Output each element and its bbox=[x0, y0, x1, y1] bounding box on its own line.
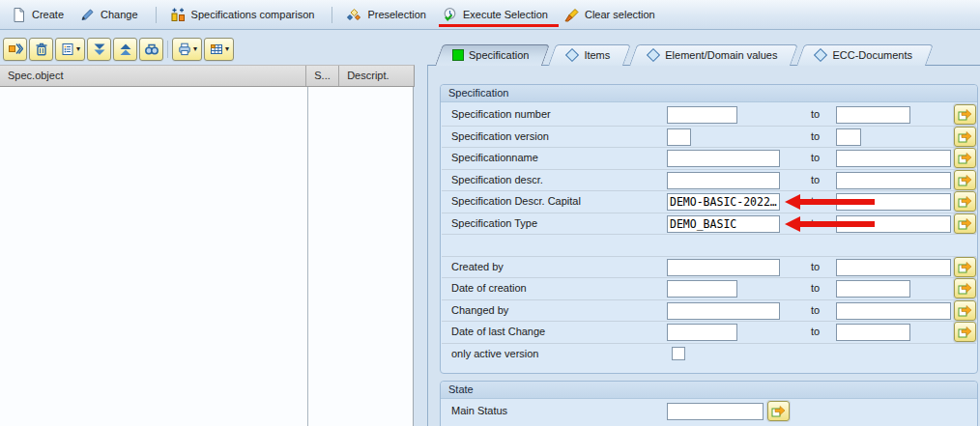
layout-adjust-icon bbox=[8, 42, 23, 57]
new-document-icon bbox=[11, 7, 27, 23]
field-label: Date of last Change bbox=[451, 326, 545, 337]
multiple-selection-icon bbox=[958, 261, 972, 273]
multiple-selection-icon bbox=[958, 282, 972, 295]
tab[interactable]: Specification bbox=[435, 44, 542, 66]
field-label: Date of creation bbox=[451, 282, 527, 294]
layout-adjust-button[interactable] bbox=[3, 38, 27, 61]
multiple-selection-icon bbox=[958, 217, 972, 230]
to-input[interactable] bbox=[836, 150, 951, 167]
to-input[interactable] bbox=[836, 280, 910, 298]
multiple-selection-button[interactable] bbox=[767, 401, 790, 421]
from-input[interactable] bbox=[667, 280, 737, 298]
selection-row: Date of last Change to bbox=[442, 322, 976, 344]
from-input[interactable]: DEMO-BASIC-2022… bbox=[667, 193, 780, 211]
field-label: Created by bbox=[451, 261, 504, 272]
red-arrow-annotation bbox=[785, 216, 875, 232]
from-input[interactable]: DEMO_BASIC bbox=[667, 215, 780, 233]
to-input[interactable] bbox=[836, 259, 951, 276]
selection-row: Specification number to bbox=[442, 104, 976, 127]
clear-selection-button[interactable]: Clear selection bbox=[561, 4, 662, 26]
column-config-button[interactable]: ▾ bbox=[204, 38, 234, 61]
sort-descending-icon bbox=[92, 42, 107, 57]
column-header-s[interactable]: S... bbox=[306, 66, 339, 86]
selection-row: Main Status bbox=[442, 401, 976, 423]
specification-group-title: Specification bbox=[441, 85, 977, 102]
from-input[interactable] bbox=[667, 324, 737, 341]
to-input[interactable] bbox=[836, 128, 861, 146]
delete-button[interactable] bbox=[29, 38, 53, 61]
to-input[interactable] bbox=[836, 106, 910, 124]
multiple-selection-button[interactable] bbox=[954, 127, 976, 147]
tab[interactable]: Element/Domain values bbox=[629, 44, 791, 66]
multiple-selection-icon bbox=[771, 405, 786, 417]
from-input[interactable] bbox=[667, 150, 780, 167]
multiple-selection-icon bbox=[958, 195, 972, 208]
to-label: to bbox=[811, 152, 820, 163]
multiple-selection-button[interactable] bbox=[954, 278, 976, 298]
change-button[interactable]: Change bbox=[76, 4, 145, 26]
multiple-selection-button[interactable] bbox=[954, 257, 976, 277]
dropdown-caret-icon: ▾ bbox=[193, 45, 197, 53]
create-label: Create bbox=[32, 9, 64, 20]
details-icon bbox=[60, 42, 75, 57]
multiple-selection-button[interactable] bbox=[954, 148, 976, 168]
find-icon bbox=[144, 42, 159, 57]
to-label: to bbox=[811, 304, 820, 316]
red-underline-annotation bbox=[439, 24, 559, 27]
create-button[interactable]: Create bbox=[8, 4, 71, 26]
from-input[interactable] bbox=[667, 403, 764, 420]
tab-label: Specification bbox=[469, 49, 529, 61]
print-button[interactable]: ▾ bbox=[172, 38, 202, 61]
to-label: to bbox=[811, 108, 820, 120]
dropdown-caret-icon: ▾ bbox=[225, 45, 229, 53]
multiple-selection-button[interactable] bbox=[954, 104, 976, 125]
tab-label: Element/Domain values bbox=[665, 49, 777, 61]
to-label: to bbox=[811, 130, 820, 142]
to-input[interactable] bbox=[836, 324, 910, 341]
column-header-spec-object[interactable]: Spec.object bbox=[0, 66, 306, 86]
sort-descending-button[interactable] bbox=[87, 38, 111, 61]
only-active-version-checkbox[interactable] bbox=[672, 347, 685, 360]
sort-ascending-button[interactable] bbox=[113, 38, 137, 61]
from-input[interactable] bbox=[667, 302, 780, 320]
tab[interactable]: Items bbox=[548, 44, 623, 66]
from-input[interactable] bbox=[667, 106, 737, 124]
multiple-selection-icon bbox=[958, 174, 972, 186]
tab-label: ECC-Documents bbox=[832, 49, 912, 61]
selection-row bbox=[442, 235, 976, 257]
spec-table-body[interactable] bbox=[0, 87, 414, 426]
tab[interactable]: ECC-Documents bbox=[796, 44, 926, 66]
from-input[interactable] bbox=[667, 172, 780, 189]
field-label: Specification descr. bbox=[451, 174, 543, 185]
details-button[interactable]: ▾ bbox=[55, 38, 85, 61]
from-input[interactable] bbox=[667, 128, 691, 146]
multiple-selection-button[interactable] bbox=[954, 300, 976, 321]
toolbar-separator bbox=[167, 41, 168, 58]
to-input[interactable] bbox=[836, 172, 951, 189]
from-input[interactable] bbox=[667, 259, 780, 276]
execute-selection-button[interactable]: Execute Selection bbox=[439, 4, 555, 26]
field-label: Changed by bbox=[451, 304, 508, 316]
state-group-box: State Main Status bbox=[440, 381, 978, 426]
multiple-selection-button[interactable] bbox=[954, 322, 976, 342]
multiple-selection-icon bbox=[958, 304, 972, 317]
selection-row: Created by to bbox=[442, 257, 976, 279]
specifications-comparison-button[interactable]: Specifications comparison bbox=[167, 4, 322, 26]
red-arrow-annotation bbox=[785, 194, 875, 210]
to-label: to bbox=[811, 326, 820, 337]
multiple-selection-button[interactable] bbox=[954, 191, 976, 212]
sort-ascending-icon bbox=[118, 42, 133, 57]
dropdown-caret-icon: ▾ bbox=[76, 45, 80, 53]
application-toolbar: Create Change Specifications comparison … bbox=[0, 0, 980, 30]
preselection-button[interactable]: Preselection bbox=[343, 4, 433, 26]
execute-selection-label: Execute Selection bbox=[463, 9, 548, 20]
field-label: only active version bbox=[451, 348, 539, 359]
multiple-selection-button[interactable] bbox=[954, 213, 976, 234]
green-square-icon bbox=[452, 49, 464, 61]
diamond-icon bbox=[647, 48, 660, 62]
to-input[interactable] bbox=[836, 302, 951, 320]
column-header-descript[interactable]: Descript. bbox=[339, 66, 414, 86]
multiple-selection-icon bbox=[958, 152, 972, 164]
multiple-selection-button[interactable] bbox=[954, 170, 976, 190]
find-button[interactable] bbox=[139, 38, 163, 61]
